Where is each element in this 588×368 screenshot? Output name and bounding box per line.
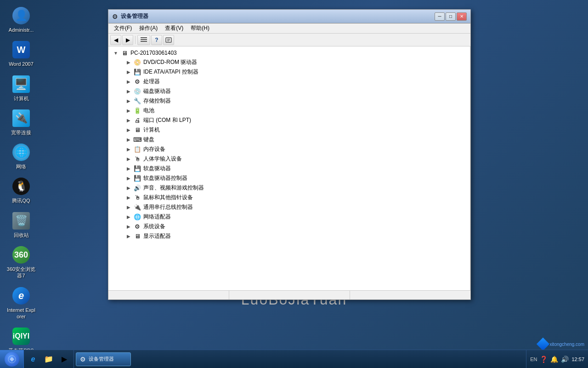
tree-label-memory: 内存设备 xyxy=(143,145,165,153)
tree-item-display[interactable]: ▶ 🖥 显示适配器 xyxy=(110,231,468,241)
tree-expand-sound[interactable]: ▶ xyxy=(125,184,132,192)
tray-volume-icon[interactable]: 🔊 xyxy=(561,356,569,363)
tree-item-humaninput[interactable]: ▶ 🖱 人体学输入设备 xyxy=(110,154,468,164)
tree-expand-processor[interactable]: ▶ xyxy=(125,78,132,86)
tree-expand-floppy[interactable]: ▶ xyxy=(125,165,132,172)
tree-item-keyboard[interactable]: ▶ ⌨ 键盘 xyxy=(110,135,468,144)
tree-item-processor[interactable]: ▶ ⚙ 处理器 xyxy=(110,77,468,86)
tree-item-sound[interactable]: ▶ 🔊 声音、视频和游戏控制器 xyxy=(110,183,468,193)
menu-action[interactable]: 操作(A) xyxy=(136,23,161,33)
menu-help[interactable]: 帮助(H) xyxy=(187,23,213,33)
minimize-button[interactable]: ─ xyxy=(435,12,445,21)
tray-en-icon[interactable]: EN xyxy=(530,356,537,362)
tree-expand-battery[interactable]: ▶ xyxy=(125,107,132,115)
desktop-icon-word2007[interactable]: W Word 2007 xyxy=(5,39,38,69)
toolbar-show-hide[interactable] xyxy=(137,35,150,45)
toolbar: ◀ ▶ ? xyxy=(108,34,470,46)
tree-item-computer2[interactable]: ▶ 🖥 计算机 xyxy=(110,125,468,135)
tree-expand-storage[interactable]: ▶ xyxy=(125,98,132,105)
tree-expand-display[interactable]: ▶ xyxy=(125,233,132,240)
tree-icon-computer2: 🖥 xyxy=(133,126,141,134)
toolbar-back[interactable]: ◀ xyxy=(110,35,121,45)
desktop-icon-recycle[interactable]: 🗑️ 回收站 xyxy=(5,210,38,240)
start-button[interactable] xyxy=(0,350,24,368)
tray-help-icon[interactable]: ❓ xyxy=(540,356,548,363)
taskbar-buttons: ⚙ 设备管理器 xyxy=(74,350,526,368)
tree-expand-netadapter[interactable]: ▶ xyxy=(125,213,132,221)
bottom-brand: xitongcheng.com xyxy=(538,339,584,349)
toolbar-properties[interactable] xyxy=(163,35,174,45)
tree-label-mouse: 鼠标和其他指针设备 xyxy=(143,194,193,201)
tree-label-sysdevice: 系统设备 xyxy=(143,223,165,230)
system-tray: EN ❓ 🔔 🔊 12:57 xyxy=(526,350,588,368)
tree-expand-ide[interactable]: ▶ xyxy=(125,69,132,76)
tree-label-diskdrive: 磁盘驱动器 xyxy=(143,87,171,95)
desktop-icon-ie[interactable]: e Internet Explorer xyxy=(5,285,38,322)
tree-expand-usb[interactable]: ▶ xyxy=(125,204,132,211)
toolbar-forward[interactable]: ▶ xyxy=(122,35,133,45)
tree-expand-humaninput[interactable]: ▶ xyxy=(125,155,132,163)
tree-expand-mouse[interactable]: ▶ xyxy=(125,194,132,201)
tree-expand-keyboard[interactable]: ▶ xyxy=(125,136,132,144)
desktop-icons: 👤 Administr... W Word 2007 🖥️ 计算机 🔌 xyxy=(5,5,38,368)
tree-expand-memory[interactable]: ▶ xyxy=(125,146,132,153)
tree-expand-floppyctrl[interactable]: ▶ xyxy=(125,175,132,182)
tree-icon-storage: 🔧 xyxy=(133,98,141,105)
tree-item-floppyctrl[interactable]: ▶ 💾 软盘驱动器控制器 xyxy=(110,173,468,183)
tree-item-dvd[interactable]: ▶ 📀 DVD/CD-ROM 驱动器 xyxy=(110,58,468,67)
icon-label-broadband: 宽带连接 xyxy=(11,129,31,136)
tray-network-icon[interactable]: 🔔 xyxy=(550,356,558,363)
maximize-button[interactable]: □ xyxy=(446,12,456,21)
tree-item-floppy[interactable]: ▶ 💾 软盘驱动器 xyxy=(110,164,468,173)
tree-item-sysdevice[interactable]: ▶ ⚙ 系统设备 xyxy=(110,222,468,231)
icon-label-admin: Administr... xyxy=(9,27,34,33)
tree-root-node[interactable]: ▼ 🖥 PC-201703061403 xyxy=(110,48,468,58)
tree-expand-root[interactable]: ▼ xyxy=(112,49,119,57)
taskbar-devicemanager-btn[interactable]: ⚙ 设备管理器 xyxy=(76,352,131,366)
tree-panel[interactable]: ▼ 🖥 PC-201703061403 ▶ 📀 DVD/CD-ROM 驱动器 ▶… xyxy=(108,46,470,290)
tree-label-humaninput: 人体学输入设备 xyxy=(143,155,182,163)
tree-expand-computer2[interactable]: ▶ xyxy=(125,126,132,134)
tree-expand-sysdevice[interactable]: ▶ xyxy=(125,223,132,230)
desktop-icon-broadband[interactable]: 🔌 宽带连接 xyxy=(5,107,38,138)
tree-item-netadapter[interactable]: ▶ 🌐 网络适配器 xyxy=(110,212,468,222)
tree-label-display: 显示适配器 xyxy=(143,232,171,240)
tree-item-comport[interactable]: ▶ 🖨 端口 (COM 和 LPT) xyxy=(110,115,468,125)
tree-label-computer2: 计算机 xyxy=(143,126,160,134)
tree-icon-comport: 🖨 xyxy=(133,117,141,124)
desktop-icon-network[interactable]: 🌐 网络 xyxy=(5,141,38,172)
toolbar-sep1 xyxy=(135,36,136,44)
tree-item-usb[interactable]: ▶ 🔌 通用串行总线控制器 xyxy=(110,202,468,212)
tray-time: 12:57 xyxy=(571,356,584,362)
tree-item-storage[interactable]: ▶ 🔧 存储控制器 xyxy=(110,96,468,106)
desktop-icon-qq[interactable]: 🐧 腾讯QQ xyxy=(5,175,38,206)
taskbar-media-icon[interactable]: ▶ xyxy=(57,352,72,367)
tree-item-ide[interactable]: ▶ 💾 IDE ATA/ATAPI 控制器 xyxy=(110,67,468,77)
tree-expand-dvd[interactable]: ▶ xyxy=(125,59,132,66)
taskbar-ie-icon[interactable]: e xyxy=(26,352,40,367)
menu-view[interactable]: 查看(V) xyxy=(161,23,187,33)
tree-item-diskdrive[interactable]: ▶ 💿 磁盘驱动器 xyxy=(110,86,468,96)
toolbar-help[interactable]: ? xyxy=(151,35,162,45)
status-section-2 xyxy=(229,291,350,299)
tree-expand-diskdrive[interactable]: ▶ xyxy=(125,88,132,95)
window-titlebar[interactable]: ⚙ 设备管理器 ─ □ ✕ xyxy=(108,10,470,23)
tree-label-sound: 声音、视频和游戏控制器 xyxy=(143,184,204,192)
menu-file[interactable]: 文件(F) xyxy=(110,23,136,33)
desktop-icon-admin[interactable]: 👤 Administr... xyxy=(5,5,38,35)
tree-icon-netadapter: 🌐 xyxy=(133,213,141,221)
taskbar-explorer-icon[interactable]: 📁 xyxy=(41,352,56,367)
close-button[interactable]: ✕ xyxy=(457,12,467,21)
tree-item-battery[interactable]: ▶ 🔋 电池 xyxy=(110,106,468,115)
tree-icon-display: 🖥 xyxy=(133,233,141,240)
menubar: 文件(F) 操作(A) 查看(V) 帮助(H) xyxy=(108,23,470,34)
tree-icon-humaninput: 🖱 xyxy=(133,155,141,163)
desktop-icon-360[interactable]: 360 360安全浏览器7 xyxy=(5,244,38,281)
tree-icon-floppy: 💾 xyxy=(133,165,141,172)
svg-rect-0 xyxy=(141,37,147,38)
tree-expand-comport[interactable]: ▶ xyxy=(125,117,132,124)
tree-item-memory[interactable]: ▶ 📋 内存设备 xyxy=(110,144,468,154)
desktop-icon-computer[interactable]: 🖥️ 计算机 xyxy=(5,73,38,104)
tree-item-mouse[interactable]: ▶ 🖱 鼠标和其他指针设备 xyxy=(110,193,468,202)
tree-icon-sound: 🔊 xyxy=(133,184,141,192)
